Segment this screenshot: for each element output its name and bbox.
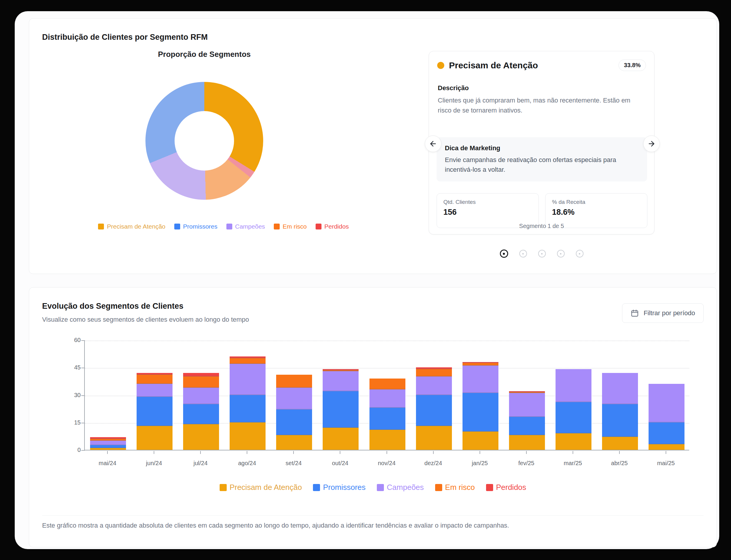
legend-swatch (220, 484, 227, 491)
bar-segment (90, 441, 126, 445)
bar-segment (369, 408, 405, 430)
bar-segment (416, 376, 452, 395)
x-axis-tick-mark (293, 451, 294, 454)
bar-segment (416, 369, 452, 376)
stat-label: % da Receita (552, 199, 641, 205)
segment-panel-header: Precisam de Atenção 33.8% (437, 60, 646, 71)
calendar-icon (631, 309, 639, 317)
legend-item[interactable]: Perdidos (486, 483, 526, 492)
legend-item[interactable]: Promissores (313, 483, 366, 492)
legend-item[interactable]: Perdidos (316, 223, 349, 230)
bar-segment (602, 373, 638, 404)
x-axis-tick-label: fev/25 (503, 460, 550, 467)
bar-segment (230, 395, 266, 422)
stat-value: 18.6% (552, 208, 641, 217)
segment-pager-text: Segmento 1 de 5 (429, 223, 654, 229)
bar-segment (137, 373, 173, 375)
filter-by-period-button[interactable]: Filtrar por período (622, 303, 704, 323)
bar-segment (183, 388, 219, 404)
x-axis-tick-label: mar/25 (550, 460, 596, 467)
x-axis-tick-mark (619, 451, 620, 454)
legend-swatch (377, 484, 384, 491)
x-axis-tick-mark (200, 451, 201, 454)
rfm-card-title: Distribuição de Clientes por Segmento RF… (42, 33, 208, 42)
bar-segment (137, 375, 173, 384)
marketing-tip-text: Envie campanhas de reativação com oferta… (445, 155, 639, 174)
x-axis-tick-label: nov/24 (363, 460, 410, 467)
legend-item[interactable]: Precisam de Atenção (98, 223, 165, 230)
pagination-dot-core (503, 253, 505, 255)
dashboard-window: Distribuição de Clientes por Segmento RF… (15, 11, 719, 549)
pagination-dot[interactable] (538, 250, 546, 257)
bar-segment (323, 370, 359, 371)
bar-segment (276, 409, 312, 435)
y-axis-tick-mark (81, 368, 85, 368)
bar-segment (416, 367, 452, 369)
bar-segment (555, 402, 591, 433)
filter-by-period-label: Filtrar por período (644, 309, 695, 317)
marketing-tip-box: Dica de Marketing Envie campanhas de rea… (436, 137, 647, 181)
bar-segment (183, 376, 219, 387)
pagination-dot[interactable] (500, 250, 508, 258)
pagination-dot[interactable] (576, 250, 583, 257)
legend-item[interactable]: Em risco (435, 483, 475, 492)
bar-segment (137, 384, 173, 397)
bar-segment (183, 373, 219, 376)
y-axis-tick-label: 15 (63, 419, 81, 426)
donut-chart-title: Proporção de Segmentos (116, 50, 293, 59)
bar-segment (230, 358, 266, 364)
arrow-right-icon (647, 140, 656, 148)
segment-percent-badge: 33.8% (618, 60, 646, 71)
bar-segment (369, 389, 405, 408)
bar-segment (462, 432, 498, 450)
next-segment-button[interactable] (643, 136, 660, 152)
x-axis-tick-label: dez/24 (410, 460, 456, 467)
x-axis-tick-mark (433, 451, 434, 454)
bar-segment (509, 393, 545, 417)
bar-segment (183, 424, 219, 450)
gridline (85, 341, 689, 341)
evolution-card-subtitle: Visualize como seus segmentos de cliente… (42, 316, 249, 323)
y-axis-tick-label: 45 (63, 364, 81, 371)
bar-segment (649, 422, 684, 445)
legend-label: Precisam de Atenção (107, 223, 165, 230)
legend-item[interactable]: Precisam de Atenção (220, 483, 302, 492)
bar-segment (276, 388, 312, 410)
legend-label: Precisam de Atenção (230, 483, 302, 492)
segment-donut-chart[interactable] (146, 82, 263, 200)
stacked-bar-chart[interactable] (84, 341, 689, 450)
legend-swatch (435, 484, 442, 491)
bar-segment (509, 435, 545, 450)
bar-segment (230, 356, 266, 358)
bar-segment (276, 375, 312, 388)
bar-segment (509, 417, 545, 435)
y-axis-tick-label: 0 (63, 447, 81, 453)
bar-segment (90, 439, 126, 441)
legend-item[interactable]: Promissores (174, 223, 218, 230)
legend-item[interactable]: Campeões (377, 483, 424, 492)
legend-label: Em risco (445, 483, 475, 492)
bar-segment (462, 362, 498, 363)
bar-segment (416, 395, 452, 426)
bar-segment (276, 435, 312, 450)
legend-label: Campeões (235, 223, 265, 230)
legend-item[interactable]: Campeões (226, 223, 265, 230)
legend-swatch (226, 224, 232, 229)
bar-segment (323, 428, 359, 450)
legend-item[interactable]: Em risco (274, 223, 307, 230)
x-axis-tick-label: jul/24 (177, 460, 224, 467)
bar-segment (90, 437, 126, 439)
bar-segment (90, 445, 126, 448)
x-axis-tick-label: out/24 (317, 460, 363, 467)
bar-segment (137, 426, 173, 450)
pagination-dot[interactable] (557, 250, 565, 257)
bar-segment (649, 384, 684, 422)
legend-swatch (313, 484, 320, 491)
x-axis-tick-mark (154, 451, 154, 454)
pagination-dot[interactable] (519, 250, 527, 257)
x-axis-tick-mark (573, 451, 573, 454)
x-axis-tick-mark (526, 451, 527, 454)
x-axis-tick-mark (107, 451, 108, 454)
previous-segment-button[interactable] (425, 136, 441, 152)
x-axis-tick-label: set/24 (270, 460, 317, 467)
